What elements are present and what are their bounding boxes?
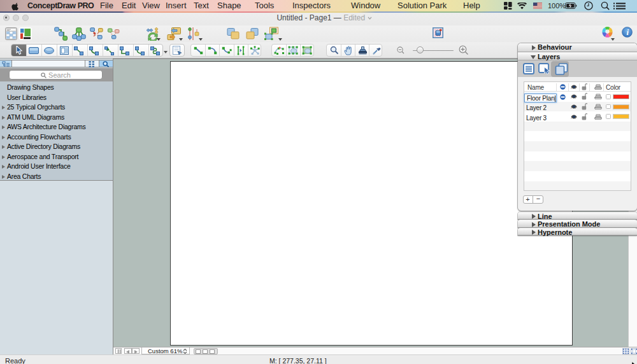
svg-text:i: i <box>626 27 629 37</box>
